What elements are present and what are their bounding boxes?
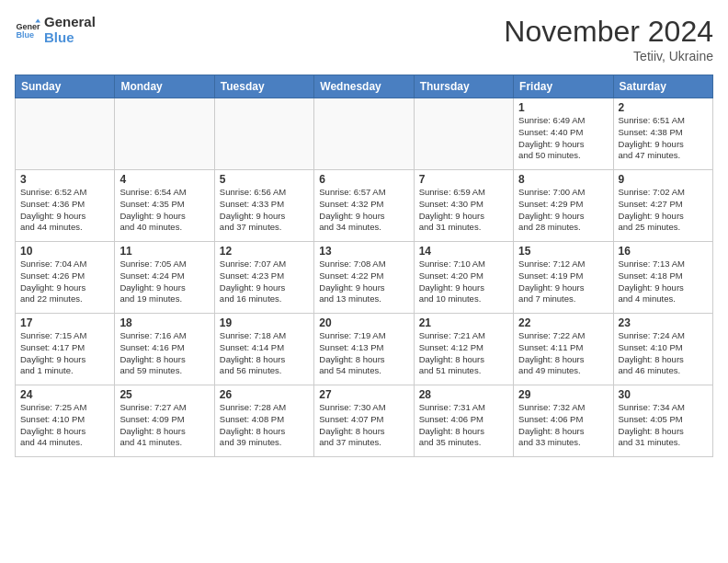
svg-marker-2: [35, 18, 40, 22]
calendar-week-2: 3Sunrise: 6:52 AMSunset: 4:36 PMDaylight…: [16, 170, 713, 242]
calendar-cell: 25Sunrise: 7:27 AMSunset: 4:09 PMDayligh…: [115, 385, 214, 457]
logo-icon: General Blue: [15, 17, 40, 43]
day-number: 5: [220, 173, 309, 186]
day-info: Sunrise: 7:05 AMSunset: 4:24 PMDaylight:…: [119, 259, 209, 305]
day-info: Sunrise: 6:54 AMSunset: 4:35 PMDaylight:…: [119, 187, 209, 234]
day-number: 14: [419, 245, 508, 258]
calendar-cell: [414, 98, 513, 170]
weekday-header-wednesday: Wednesday: [314, 75, 414, 98]
day-info: Sunrise: 6:57 AMSunset: 4:32 PMDaylight:…: [319, 187, 408, 234]
calendar-cell: 8Sunrise: 7:00 AMSunset: 4:29 PMDaylight…: [514, 170, 613, 242]
day-info: Sunrise: 7:16 AMSunset: 4:16 PMDaylight:…: [119, 330, 209, 377]
calendar-cell: 13Sunrise: 7:08 AMSunset: 4:22 PMDayligh…: [314, 242, 414, 314]
calendar-cell: 24Sunrise: 7:25 AMSunset: 4:10 PMDayligh…: [16, 385, 115, 457]
calendar-cell: [214, 98, 313, 170]
day-info: Sunrise: 6:59 AMSunset: 4:30 PMDaylight:…: [419, 187, 508, 234]
calendar-cell: [314, 98, 414, 170]
day-number: 20: [319, 316, 408, 329]
calendar-cell: 18Sunrise: 7:16 AMSunset: 4:16 PMDayligh…: [115, 314, 214, 385]
day-number: 1: [518, 101, 608, 114]
day-number: 30: [619, 388, 708, 401]
calendar-week-4: 17Sunrise: 7:15 AMSunset: 4:17 PMDayligh…: [16, 314, 713, 385]
calendar-cell: 16Sunrise: 7:13 AMSunset: 4:18 PMDayligh…: [613, 242, 712, 314]
day-info: Sunrise: 7:15 AMSunset: 4:17 PMDaylight:…: [20, 330, 109, 377]
calendar-week-3: 10Sunrise: 7:04 AMSunset: 4:26 PMDayligh…: [16, 242, 713, 314]
weekday-header-friday: Friday: [514, 75, 613, 98]
day-number: 29: [518, 388, 608, 401]
weekday-header-monday: Monday: [115, 75, 214, 98]
day-info: Sunrise: 6:49 AMSunset: 4:40 PMDaylight:…: [518, 115, 608, 162]
calendar-cell: 6Sunrise: 6:57 AMSunset: 4:32 PMDaylight…: [314, 170, 414, 242]
location: Tetiiv, Ukraine: [504, 49, 713, 63]
month-title: November 2024: [504, 15, 713, 49]
day-info: Sunrise: 7:04 AMSunset: 4:26 PMDaylight:…: [20, 259, 109, 305]
calendar-cell: 23Sunrise: 7:24 AMSunset: 4:10 PMDayligh…: [613, 314, 712, 385]
day-info: Sunrise: 7:24 AMSunset: 4:10 PMDaylight:…: [619, 330, 708, 377]
day-number: 16: [619, 245, 708, 258]
day-number: 22: [518, 316, 608, 329]
day-info: Sunrise: 7:19 AMSunset: 4:13 PMDaylight:…: [319, 330, 408, 377]
day-info: Sunrise: 7:28 AMSunset: 4:08 PMDaylight:…: [220, 402, 309, 449]
day-number: 23: [619, 316, 708, 329]
day-number: 19: [220, 316, 309, 329]
calendar-cell: 11Sunrise: 7:05 AMSunset: 4:24 PMDayligh…: [115, 242, 214, 314]
day-number: 13: [319, 245, 408, 258]
calendar-cell: 21Sunrise: 7:21 AMSunset: 4:12 PMDayligh…: [414, 314, 513, 385]
calendar-cell: 3Sunrise: 6:52 AMSunset: 4:36 PMDaylight…: [16, 170, 115, 242]
day-number: 24: [20, 388, 109, 401]
day-number: 21: [419, 316, 508, 329]
calendar-cell: 2Sunrise: 6:51 AMSunset: 4:38 PMDaylight…: [613, 98, 712, 170]
day-number: 28: [419, 388, 508, 401]
day-number: 18: [119, 316, 209, 329]
weekday-header-thursday: Thursday: [414, 75, 513, 98]
calendar-cell: 10Sunrise: 7:04 AMSunset: 4:26 PMDayligh…: [16, 242, 115, 314]
calendar-week-1: 1Sunrise: 6:49 AMSunset: 4:40 PMDaylight…: [16, 98, 713, 170]
day-number: 7: [419, 173, 508, 186]
day-info: Sunrise: 7:10 AMSunset: 4:20 PMDaylight:…: [419, 259, 508, 305]
day-info: Sunrise: 7:21 AMSunset: 4:12 PMDaylight:…: [419, 330, 508, 377]
calendar-cell: 7Sunrise: 6:59 AMSunset: 4:30 PMDaylight…: [414, 170, 513, 242]
calendar-cell: 14Sunrise: 7:10 AMSunset: 4:20 PMDayligh…: [414, 242, 513, 314]
day-info: Sunrise: 6:52 AMSunset: 4:36 PMDaylight:…: [20, 187, 109, 234]
calendar-week-5: 24Sunrise: 7:25 AMSunset: 4:10 PMDayligh…: [16, 385, 713, 457]
calendar-cell: 30Sunrise: 7:34 AMSunset: 4:05 PMDayligh…: [613, 385, 712, 457]
calendar-cell: 12Sunrise: 7:07 AMSunset: 4:23 PMDayligh…: [214, 242, 313, 314]
day-info: Sunrise: 7:32 AMSunset: 4:06 PMDaylight:…: [518, 402, 608, 449]
day-number: 3: [20, 173, 109, 186]
day-number: 4: [119, 173, 209, 186]
day-number: 10: [20, 245, 109, 258]
day-info: Sunrise: 7:08 AMSunset: 4:22 PMDaylight:…: [319, 259, 408, 305]
calendar-cell: 20Sunrise: 7:19 AMSunset: 4:13 PMDayligh…: [314, 314, 414, 385]
calendar-cell: 22Sunrise: 7:22 AMSunset: 4:11 PMDayligh…: [514, 314, 613, 385]
calendar-cell: 28Sunrise: 7:31 AMSunset: 4:06 PMDayligh…: [414, 385, 513, 457]
day-info: Sunrise: 6:51 AMSunset: 4:38 PMDaylight:…: [619, 115, 708, 162]
calendar-cell: 5Sunrise: 6:56 AMSunset: 4:33 PMDaylight…: [214, 170, 313, 242]
logo: General Blue General Blue: [15, 15, 96, 45]
calendar-table: SundayMondayTuesdayWednesdayThursdayFrid…: [15, 75, 713, 457]
calendar-cell: 19Sunrise: 7:18 AMSunset: 4:14 PMDayligh…: [214, 314, 313, 385]
logo-general: General: [44, 15, 96, 30]
page-header: General Blue General Blue November 2024 …: [15, 15, 713, 63]
svg-text:General: General: [16, 21, 40, 30]
calendar-cell: 1Sunrise: 6:49 AMSunset: 4:40 PMDaylight…: [514, 98, 613, 170]
day-info: Sunrise: 7:34 AMSunset: 4:05 PMDaylight:…: [619, 402, 708, 449]
day-info: Sunrise: 7:30 AMSunset: 4:07 PMDaylight:…: [319, 402, 408, 449]
day-number: 25: [119, 388, 209, 401]
weekday-header-saturday: Saturday: [613, 75, 712, 98]
weekday-header-tuesday: Tuesday: [214, 75, 313, 98]
svg-text:Blue: Blue: [16, 30, 34, 40]
day-info: Sunrise: 6:56 AMSunset: 4:33 PMDaylight:…: [220, 187, 309, 234]
day-number: 8: [518, 173, 608, 186]
logo-blue: Blue: [44, 30, 96, 46]
weekday-header-sunday: Sunday: [16, 75, 115, 98]
calendar-cell: 4Sunrise: 6:54 AMSunset: 4:35 PMDaylight…: [115, 170, 214, 242]
calendar-cell: 9Sunrise: 7:02 AMSunset: 4:27 PMDaylight…: [613, 170, 712, 242]
calendar-cell: 15Sunrise: 7:12 AMSunset: 4:19 PMDayligh…: [514, 242, 613, 314]
day-info: Sunrise: 7:22 AMSunset: 4:11 PMDaylight:…: [518, 330, 608, 377]
day-info: Sunrise: 7:18 AMSunset: 4:14 PMDaylight:…: [220, 330, 309, 377]
calendar-cell: 26Sunrise: 7:28 AMSunset: 4:08 PMDayligh…: [214, 385, 313, 457]
day-number: 26: [220, 388, 309, 401]
calendar-cell: 29Sunrise: 7:32 AMSunset: 4:06 PMDayligh…: [514, 385, 613, 457]
day-number: 27: [319, 388, 408, 401]
calendar-cell: 17Sunrise: 7:15 AMSunset: 4:17 PMDayligh…: [16, 314, 115, 385]
